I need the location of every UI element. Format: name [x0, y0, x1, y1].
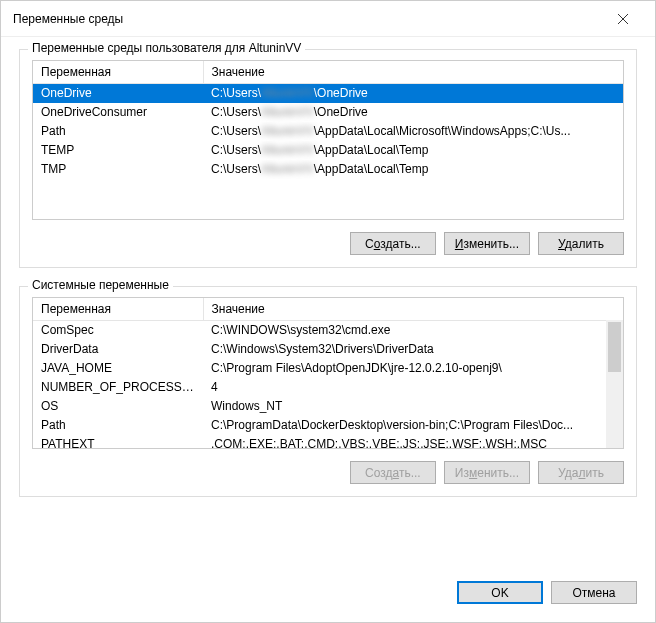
var-name-cell: OneDrive — [33, 84, 203, 103]
var-name-cell: Path — [33, 122, 203, 141]
system-new-button[interactable]: Создать... — [350, 461, 436, 484]
system-vars-header: Переменная Значение — [33, 298, 623, 321]
user-group-username: AltuninVV — [249, 41, 302, 55]
table-row[interactable]: NUMBER_OF_PROCESSORS4 — [33, 378, 623, 397]
dialog-content: Переменные среды пользователя для Altuni… — [1, 37, 655, 573]
user-col-variable[interactable]: Переменная — [33, 61, 203, 84]
system-edit-button[interactable]: Изменить... — [444, 461, 530, 484]
var-name-cell: TMP — [33, 160, 203, 179]
user-vars-header: Переменная Значение — [33, 61, 623, 84]
dialog-footer: OK Отмена — [1, 573, 655, 622]
var-name-cell: TEMP — [33, 141, 203, 160]
var-name-cell: OneDriveConsumer — [33, 103, 203, 122]
table-row[interactable]: PATHEXT.COM;.EXE;.BAT;.CMD;.VBS;.VBE;.JS… — [33, 435, 623, 450]
table-row[interactable]: OSWindows_NT — [33, 397, 623, 416]
scrollbar-thumb[interactable] — [608, 322, 621, 372]
close-button[interactable] — [603, 4, 643, 34]
system-vars-table[interactable]: Переменная Значение ComSpecC:\WINDOWS\sy… — [33, 298, 623, 449]
system-delete-button[interactable]: Удалить — [538, 461, 624, 484]
system-vars-table-wrap: Переменная Значение ComSpecC:\WINDOWS\sy… — [32, 297, 624, 449]
system-vars-buttons: Создать... Изменить... Удалить — [32, 461, 624, 484]
var-name-cell: NUMBER_OF_PROCESSORS — [33, 378, 203, 397]
user-vars-group: Переменные среды пользователя для Altuni… — [19, 49, 637, 268]
user-group-label-prefix: Переменные среды пользователя для — [32, 41, 249, 55]
system-col-variable[interactable]: Переменная — [33, 298, 203, 321]
user-edit-button[interactable]: Изменить... — [444, 232, 530, 255]
system-vars-scrollbar[interactable] — [606, 320, 623, 448]
var-value-cell: C:\Users\AltuninVV\AppData\Local\Temp — [203, 160, 623, 179]
var-name-cell: Path — [33, 416, 203, 435]
table-row[interactable]: JAVA_HOMEC:\Program Files\AdoptOpenJDK\j… — [33, 359, 623, 378]
table-row[interactable]: OneDriveConsumerC:\Users\AltuninVV\OneDr… — [33, 103, 623, 122]
cancel-button[interactable]: Отмена — [551, 581, 637, 604]
user-vars-table-wrap: Переменная Значение OneDriveC:\Users\Alt… — [32, 60, 624, 220]
var-value-cell: .COM;.EXE;.BAT;.CMD;.VBS;.VBE;.JS;.JSE;.… — [203, 435, 623, 450]
user-col-value[interactable]: Значение — [203, 61, 623, 84]
var-value-cell: C:\WINDOWS\system32\cmd.exe — [203, 321, 623, 340]
env-vars-dialog: Переменные среды Переменные среды пользо… — [0, 0, 656, 623]
var-value-cell: C:\Users\AltuninVV\AppData\Local\Microso… — [203, 122, 623, 141]
var-value-cell: C:\ProgramData\DockerDesktop\version-bin… — [203, 416, 623, 435]
system-vars-group-label: Системные переменные — [28, 278, 173, 292]
var-value-cell: 4 — [203, 378, 623, 397]
user-new-button[interactable]: Создать... — [350, 232, 436, 255]
window-title: Переменные среды — [13, 12, 603, 26]
var-value-cell: C:\Program Files\AdoptOpenJDK\jre-12.0.2… — [203, 359, 623, 378]
table-row[interactable]: OneDriveC:\Users\AltuninVV\OneDrive — [33, 84, 623, 103]
system-col-value[interactable]: Значение — [203, 298, 623, 321]
var-value-cell: C:\Users\AltuninVV\AppData\Local\Temp — [203, 141, 623, 160]
table-row[interactable]: ComSpecC:\WINDOWS\system32\cmd.exe — [33, 321, 623, 340]
var-name-cell: DriverData — [33, 340, 203, 359]
table-row[interactable]: TMPC:\Users\AltuninVV\AppData\Local\Temp — [33, 160, 623, 179]
system-vars-group: Системные переменные Переменная Значение… — [19, 286, 637, 497]
table-row[interactable]: DriverDataC:\Windows\System32\Drivers\Dr… — [33, 340, 623, 359]
table-row[interactable]: PathC:\ProgramData\DockerDesktop\version… — [33, 416, 623, 435]
var-value-cell: Windows_NT — [203, 397, 623, 416]
user-delete-button[interactable]: Удалить — [538, 232, 624, 255]
user-vars-table[interactable]: Переменная Значение OneDriveC:\Users\Alt… — [33, 61, 623, 179]
user-vars-group-label: Переменные среды пользователя для Altuni… — [28, 41, 305, 55]
var-value-cell: C:\Users\AltuninVV\OneDrive — [203, 103, 623, 122]
close-icon — [618, 14, 628, 24]
var-name-cell: JAVA_HOME — [33, 359, 203, 378]
ok-button[interactable]: OK — [457, 581, 543, 604]
var-name-cell: OS — [33, 397, 203, 416]
table-row[interactable]: TEMPC:\Users\AltuninVV\AppData\Local\Tem… — [33, 141, 623, 160]
table-row[interactable]: PathC:\Users\AltuninVV\AppData\Local\Mic… — [33, 122, 623, 141]
var-value-cell: C:\Users\AltuninVV\OneDrive — [203, 84, 623, 103]
titlebar: Переменные среды — [1, 1, 655, 37]
var-name-cell: PATHEXT — [33, 435, 203, 450]
var-value-cell: C:\Windows\System32\Drivers\DriverData — [203, 340, 623, 359]
user-vars-buttons: Создать... Изменить... Удалить — [32, 232, 624, 255]
var-name-cell: ComSpec — [33, 321, 203, 340]
